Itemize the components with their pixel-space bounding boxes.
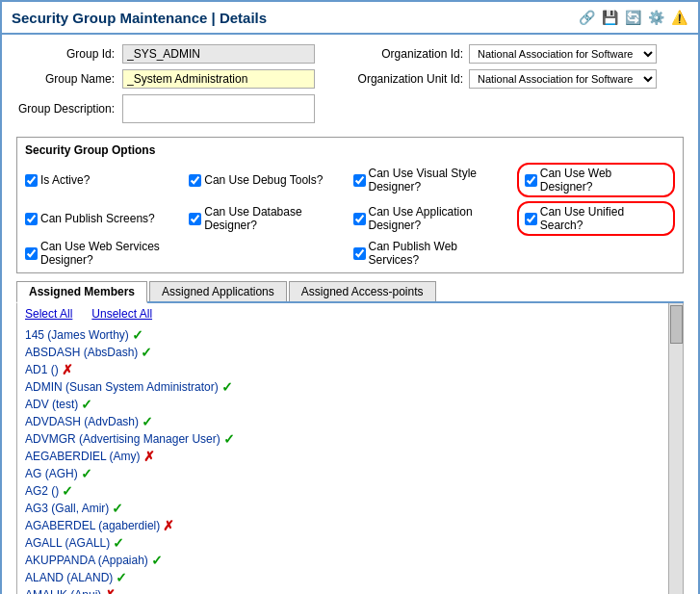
member-name: ADMIN (Susan System Administrator) [25,380,219,394]
x-icon: ✗ [143,449,155,464]
check-icon: ✓ [221,379,233,395]
settings-icon[interactable]: ⚙️ [646,8,665,27]
form-fields: Group Id: Group Name: Group Description:… [16,44,684,129]
db-designer-checkbox[interactable] [189,213,201,225]
tabs-row: Assigned Members Assigned Applications A… [16,281,684,303]
group-id-label: Group Id: [16,47,122,61]
list-item[interactable]: ADVMGR (Advertising Manager User)✓ [25,430,675,448]
org-id-label: Organization Id: [344,47,469,61]
member-name: ADVDASH (AdvDash) [25,415,139,428]
option-unified-search: Can Use Unified Search? [517,201,675,236]
check-icon: ✓ [223,431,235,447]
list-item[interactable]: AD1 ()✗ [25,361,675,378]
list-item[interactable]: AGABERDEL (agaberdiel)✗ [25,517,675,534]
group-id-input[interactable] [122,44,315,64]
toolbar-icons: 🔗 💾 🔄 ⚙️ ⚠️ [577,8,688,27]
warning-icon[interactable]: ⚠️ [669,8,688,27]
list-item[interactable]: AEGABERDIEL (Amy)✗ [25,448,675,465]
org-id-select[interactable]: National Association for Software E [469,44,657,64]
option-db-designer: Can Use Database Designer? [189,201,347,236]
member-name: ALAND (ALAND) [25,571,113,584]
security-group-options: Security Group Options Is Active? Can Us… [16,137,684,273]
scrollbar-thumb[interactable] [670,305,683,344]
member-name: ADV (test) [25,398,78,411]
member-name: ABSDASH (AbsDash) [25,346,138,359]
title-bar: Security Group Maintenance | Details 🔗 💾… [2,2,698,35]
member-name: AGALL (AGALL) [25,536,110,550]
refresh-icon[interactable]: 🔄 [623,8,642,27]
check-icon: ✓ [62,483,73,499]
tab-access-points[interactable]: Assigned Access-points [289,281,436,301]
member-name: AG3 (Gall, Amir) [25,502,109,515]
tab-assigned-members[interactable]: Assigned Members [16,281,147,303]
x-icon: ✗ [163,518,174,533]
option-visual-style: Can Use Visual Style Designer? [353,163,511,197]
save-icon[interactable]: 💾 [600,8,619,27]
x-icon: ✗ [104,587,116,594]
group-name-label: Group Name: [16,72,122,86]
list-item[interactable]: AG (AGH)✓ [25,465,675,482]
members-list: 145 (James Worthy)✓ABSDASH (AbsDash)✓AD1… [17,324,683,594]
check-icon: ✓ [141,345,152,360]
check-icon: ✓ [81,466,92,481]
tabs-section: Assigned Members Assigned Applications A… [16,281,684,594]
list-item[interactable]: AKUPPANDA (Appaiah)✓ [25,552,675,569]
options-section-title: Security Group Options [25,143,675,157]
member-name: AGABERDEL (agaberdiel) [25,519,160,532]
x-icon: ✗ [62,362,73,377]
unified-search-checkbox[interactable] [525,213,537,225]
member-name: AD1 () [25,363,59,376]
list-item[interactable]: AGALL (AGALL)✓ [25,534,675,552]
option-app-designer: Can Use Application Designer? [353,201,511,236]
main-window: Security Group Maintenance | Details 🔗 💾… [0,0,700,594]
web-designer-checkbox[interactable] [525,174,537,187]
is-active-checkbox[interactable] [25,174,38,187]
check-icon: ✓ [116,570,127,585]
check-icon: ✓ [151,553,163,568]
org-unit-row: Organization Unit Id: National Associati… [344,69,657,89]
unselect-all-button[interactable]: Unselect All [91,307,152,321]
publish-web-checkbox[interactable] [353,247,366,260]
scrollbar-track[interactable] [668,303,683,594]
select-all-button[interactable]: Select All [25,307,72,321]
list-item[interactable]: ABSDASH (AbsDash)✓ [25,344,675,361]
group-desc-row: Group Description: [16,94,315,123]
group-id-row: Group Id: [16,44,315,64]
member-name: AMALIK (Anuj) [25,588,101,594]
member-name: AG (AGH) [25,467,78,480]
page-title: Security Group Maintenance | Details [12,10,267,26]
app-designer-checkbox[interactable] [353,213,366,225]
list-item[interactable]: AMALIK (Anuj)✗ [25,586,675,594]
check-icon: ✓ [142,414,153,429]
list-item[interactable]: AG2 ()✓ [25,482,675,500]
members-toolbar: Select All Unselect All [17,303,683,324]
option-web-designer: Can Use Web Designer? [517,163,675,197]
group-name-input[interactable] [122,69,315,89]
group-desc-label: Group Description: [16,102,122,116]
visual-style-checkbox[interactable] [353,174,366,187]
link-icon[interactable]: 🔗 [577,8,596,27]
list-item[interactable]: ALAND (ALAND)✓ [25,569,675,586]
org-unit-label: Organization Unit Id: [344,72,469,86]
group-name-row: Group Name: [16,69,315,89]
list-item[interactable]: ADVDASH (AdvDash)✓ [25,413,675,430]
option-publish-web: Can Publish Web Services? [353,240,511,267]
option-debug-tools: Can Use Debug Tools? [189,163,347,197]
list-item[interactable]: AG3 (Gall, Amir)✓ [25,500,675,517]
list-item[interactable]: 145 (James Worthy)✓ [25,326,675,344]
left-form: Group Id: Group Name: Group Description: [16,44,315,129]
group-desc-input[interactable] [122,94,315,123]
member-name: AG2 () [25,484,59,498]
check-icon: ✓ [113,535,124,551]
publish-screens-checkbox[interactable] [25,213,38,225]
member-name: AEGABERDIEL (Amy) [25,450,141,463]
web-services-checkbox[interactable] [25,247,38,260]
option-web-services: Can Use Web Services Designer? [25,240,183,267]
org-unit-select[interactable]: National Association for Software E [469,69,657,89]
list-item[interactable]: ADV (test)✓ [25,396,675,413]
debug-tools-checkbox[interactable] [189,174,201,187]
member-name: AKUPPANDA (Appaiah) [25,554,148,567]
member-name: 145 (James Worthy) [25,328,129,342]
list-item[interactable]: ADMIN (Susan System Administrator)✓ [25,378,675,396]
tab-assigned-apps[interactable]: Assigned Applications [149,281,287,301]
